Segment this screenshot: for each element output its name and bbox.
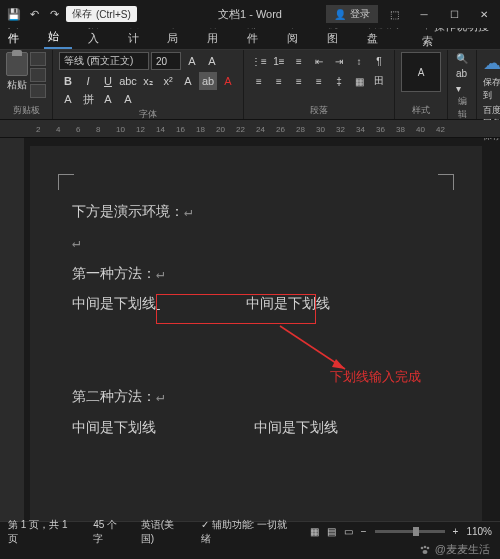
ribbon-options-icon[interactable]: ⬚ [380, 3, 408, 25]
underline-button[interactable]: U [99, 72, 117, 90]
group-paragraph: ⋮≡ 1≡ ≡ ⇤ ⇥ ↕ ¶ ≡ ≡ ≡ ≡ ‡ ▦ 田 段落 [244, 50, 395, 119]
cloud-icon: ☁ [483, 52, 500, 74]
char-border-icon[interactable]: A [99, 90, 117, 108]
clipboard-label: 剪贴板 [6, 104, 46, 119]
maximize-icon[interactable]: ☐ [440, 3, 468, 25]
svg-point-2 [421, 546, 424, 549]
word-count[interactable]: 45 个字 [93, 518, 126, 546]
group-editing: 🔍 ab ▾ 编辑 [448, 50, 477, 119]
page[interactable]: 下方是演示环境：↵ ↵ 第一种方法：↵ 中间是下划线 中间是下划线 第二种方法：… [30, 146, 482, 538]
format-painter-icon[interactable] [30, 84, 46, 98]
view-read-icon[interactable]: ▤ [327, 526, 336, 537]
styles-label: 样式 [401, 104, 441, 119]
find-button[interactable]: 🔍 [454, 52, 470, 65]
select-button[interactable]: ▾ [454, 82, 470, 95]
undo-icon[interactable]: ↶ [26, 6, 42, 22]
annotation-text: 下划线输入完成 [330, 368, 421, 386]
numbering-icon[interactable]: 1≡ [270, 52, 288, 70]
page-indicator[interactable]: 第 1 页，共 1 页 [8, 518, 79, 546]
text-segment: 中间是下划线 [72, 419, 156, 435]
para-label: 段落 [250, 104, 388, 119]
zoom-slider[interactable] [375, 530, 445, 533]
zoom-out-icon[interactable]: − [361, 526, 367, 537]
sort-icon[interactable]: ↕ [350, 52, 368, 70]
annotation-box [156, 294, 316, 324]
decrease-indent-icon[interactable]: ⇤ [310, 52, 328, 70]
save-button[interactable]: 保存 (Ctrl+S) [66, 6, 137, 22]
font-name-select[interactable]: 等线 (西文正文) [59, 52, 149, 70]
superscript-icon[interactable]: x² [159, 72, 177, 90]
borders-icon[interactable]: 田 [370, 72, 388, 90]
font-size-select[interactable]: 20 [151, 52, 181, 70]
margin-corner-tl [58, 174, 74, 190]
margin-corner-tr [438, 174, 454, 190]
text-line: 第一种方法： [72, 265, 156, 281]
font-color-icon[interactable]: A [219, 72, 237, 90]
language-indicator[interactable]: 英语(美国) [141, 518, 187, 546]
zoom-in-icon[interactable]: + [453, 526, 459, 537]
user-icon: 👤 [334, 9, 346, 20]
align-left-icon[interactable]: ≡ [250, 72, 268, 90]
subscript-icon[interactable]: x₂ [139, 72, 157, 90]
group-clipboard: 粘贴 剪贴板 [0, 50, 53, 119]
group-styles: A 样式 [395, 50, 448, 119]
paragraph-mark-icon: ↵ [184, 203, 192, 219]
bold-button[interactable]: B [59, 72, 77, 90]
align-right-icon[interactable]: ≡ [290, 72, 308, 90]
save-shortcut: (Ctrl+S) [96, 9, 131, 20]
clear-format-icon[interactable]: A [59, 90, 77, 108]
copy-icon[interactable] [30, 68, 46, 82]
shrink-font-icon[interactable]: A [203, 52, 221, 70]
save-baidu-button[interactable]: ☁ 保存到 百度网盘 [483, 52, 500, 130]
highlight-icon[interactable]: ab [199, 72, 217, 90]
cut-icon[interactable] [30, 52, 46, 66]
paste-button[interactable]: 粘贴 [6, 52, 28, 98]
text-line: 第二种方法： [72, 388, 156, 404]
redo-icon[interactable]: ↷ [46, 6, 62, 22]
paste-icon [6, 52, 28, 76]
ruler-horizontal[interactable]: 24 68 1012 1416 1820 2224 2628 3032 3436… [0, 120, 500, 138]
shading-icon[interactable]: ▦ [350, 72, 368, 90]
close-icon[interactable]: ✕ [470, 3, 498, 25]
view-web-icon[interactable]: ▭ [344, 526, 353, 537]
view-print-icon[interactable]: ▦ [310, 526, 319, 537]
replace-button[interactable]: ab [454, 67, 470, 80]
group-font: 等线 (西文正文) 20 A A B I U abc x₂ x² A ab A … [53, 50, 244, 119]
save-icon[interactable]: 💾 [6, 6, 22, 22]
paragraph-mark-icon: ↵ [72, 234, 80, 250]
paw-icon [419, 544, 431, 556]
text-segment: 中间是下划线 [72, 295, 156, 311]
align-center-icon[interactable]: ≡ [270, 72, 288, 90]
increase-indent-icon[interactable]: ⇥ [330, 52, 348, 70]
title-bar: 💾 ↶ ↷ 保存 (Ctrl+S) 文档1 - Word 👤 登录 ⬚ ─ ☐ … [0, 0, 500, 28]
line-spacing-icon[interactable]: ‡ [330, 72, 348, 90]
document-title: 文档1 - Word [218, 7, 282, 22]
minimize-icon[interactable]: ─ [410, 3, 438, 25]
ribbon-tabs: 文件 开始 插入 设计 布局 引用 邮件 审阅 视图 百度网盘 ♀ 操作说明搜索 [0, 28, 500, 50]
zoom-level[interactable]: 110% [466, 526, 492, 537]
bullets-icon[interactable]: ⋮≡ [250, 52, 268, 70]
login-button[interactable]: 👤 登录 [326, 5, 378, 23]
svg-point-3 [424, 545, 427, 548]
text-line: 下方是演示环境： [72, 203, 184, 219]
ruler-vertical[interactable] [0, 138, 24, 538]
strikethrough-icon[interactable]: abc [119, 72, 137, 90]
justify-icon[interactable]: ≡ [310, 72, 328, 90]
text-effects-icon[interactable]: A [179, 72, 197, 90]
text-segment: 中间是下划线 [254, 419, 338, 435]
svg-point-5 [422, 550, 427, 554]
phonetic-icon[interactable]: 拼 [79, 90, 97, 108]
status-bar: 第 1 页，共 1 页 45 个字 英语(美国) ✓ 辅助功能: 一切就绪 ▦ … [0, 521, 500, 541]
ribbon: 粘贴 剪贴板 等线 (西文正文) 20 A A B I U abc x₂ x² … [0, 50, 500, 120]
accessibility-status[interactable]: ✓ 辅助功能: 一切就绪 [201, 518, 296, 546]
styles-gallery[interactable]: A [401, 52, 441, 92]
group-baidu: ☁ 保存到 百度网盘 保存 [477, 50, 500, 119]
watermark: @麦麦生活 [419, 542, 490, 557]
char-shading-icon[interactable]: A [119, 90, 137, 108]
multilevel-icon[interactable]: ≡ [290, 52, 308, 70]
italic-button[interactable]: I [79, 72, 97, 90]
paragraph-mark-icon: ↵ [156, 388, 164, 404]
grow-font-icon[interactable]: A [183, 52, 201, 70]
show-marks-icon[interactable]: ¶ [370, 52, 388, 70]
save-label: 保存 [72, 7, 92, 21]
